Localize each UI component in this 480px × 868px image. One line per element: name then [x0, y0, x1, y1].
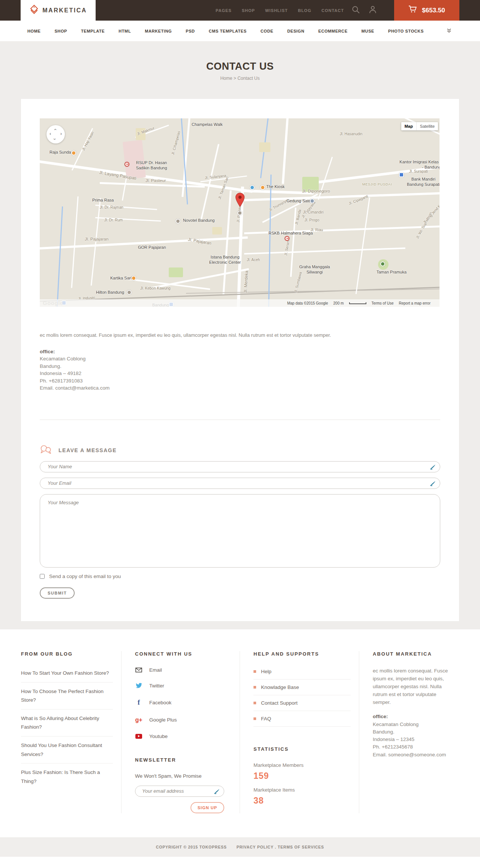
map-scale-bar — [349, 302, 366, 304]
pan-up-icon[interactable]: › — [52, 128, 58, 130]
map-label: Bank Mandiri Bandung Surapati — [406, 177, 440, 187]
signup-button[interactable]: SIGN UP — [190, 802, 224, 813]
map-label — [310, 199, 315, 203]
about-text: ec mollis lorem consequat. Fusce ipsum e… — [373, 667, 451, 707]
office-line: Email. someone@someone.com — [373, 751, 451, 759]
bottom-links[interactable]: PRIVACY POLICY . TERMS OF SERVICES — [237, 845, 324, 849]
main-menu: HOMESHOPTEMPLATEHTMLMARKETINGPSDCMS TEMP… — [0, 21, 480, 41]
newsletter-field-wrap — [135, 786, 224, 797]
map-shape — [244, 192, 440, 201]
menu-item[interactable]: PHOTO STOCKS — [388, 29, 424, 33]
menu-item[interactable]: CODE — [261, 29, 273, 33]
blog-link[interactable]: Should You Use Fashion Consultant Servic… — [21, 737, 113, 763]
blog-list: How To Start Your Own Fashion Store?How … — [21, 667, 113, 790]
menu-item[interactable]: TEMPLATE — [81, 29, 105, 33]
brand-name: MARKETICA — [42, 7, 87, 14]
newsletter-email-input[interactable] — [135, 786, 224, 797]
menu-item[interactable]: HTML — [118, 29, 131, 33]
blog-link[interactable]: Plus Size Fashion: Is There Such a Thing… — [21, 763, 113, 790]
menu-item[interactable]: PSD — [186, 29, 195, 33]
social-link-twitter[interactable]: Twitter — [135, 683, 231, 689]
menu-item[interactable]: HOME — [27, 29, 40, 33]
name-input[interactable] — [40, 461, 440, 472]
footer-connect-column: CONNECT WITH US Email Twitter f Facebook… — [122, 651, 240, 813]
terms-of-use-link[interactable]: Terms of Use — [372, 301, 394, 305]
tag-icon — [29, 4, 39, 16]
form-heading: LEAVE A MESSAGE — [58, 447, 117, 453]
map-shape — [151, 268, 249, 289]
pan-right-icon[interactable]: › — [60, 131, 62, 136]
office-label: office: — [40, 348, 440, 356]
pan-down-icon[interactable]: › — [52, 138, 58, 140]
social-label: Facebook — [149, 700, 171, 705]
map-shape — [212, 227, 222, 235]
map-label: Prima Rasa — [92, 198, 114, 202]
form-heading-row: LEAVE A MESSAGE — [40, 445, 440, 456]
statistics-title: STATISTICS — [254, 746, 351, 752]
office-label: office: — [373, 713, 451, 720]
connect-column-title: CONNECT WITH US — [135, 651, 231, 657]
menu-item[interactable]: MARKETING — [145, 29, 172, 33]
map-shape — [318, 157, 333, 200]
newsletter-tagline: We Won't Spam, We Promise — [135, 773, 231, 779]
blog-link[interactable]: What is So Alluring About Celebrity Fash… — [21, 710, 113, 737]
map-shape — [259, 142, 270, 152]
submit-button[interactable]: SUBMIT — [40, 587, 75, 599]
map-label — [260, 185, 265, 190]
menu-item[interactable]: DESIGN — [287, 29, 304, 33]
account-icon[interactable] — [369, 6, 376, 15]
office-line: Ph. +62817391083 — [40, 377, 440, 385]
header-nav-link[interactable]: SHOP — [242, 8, 255, 13]
email-input[interactable] — [40, 478, 440, 489]
map-label: Novotel Bandung — [183, 218, 214, 223]
message-textarea[interactable] — [40, 494, 440, 568]
send-copy-checkbox[interactable] — [40, 574, 45, 579]
office-line: Indonesia – 49182 — [40, 370, 440, 377]
header-nav: PAGESSHOPWISHLISTBLOGCONTACT — [216, 0, 344, 21]
map-type-map-button[interactable]: Map — [401, 122, 417, 130]
office-line: Bandung. — [40, 363, 440, 370]
help-link[interactable]: FAQ — [261, 716, 271, 722]
header-nav-link[interactable]: WISHLIST — [265, 8, 288, 13]
brand-logo[interactable]: MARKETICA — [21, 0, 96, 21]
menu-expand-chevron-icon[interactable] — [447, 28, 452, 34]
map-label: Taman Pramuka — [376, 270, 406, 274]
section-divider — [40, 420, 440, 420]
google-map[interactable]: Jl. Haji YasinJl. MakmurJl. Layang Pasup… — [40, 118, 440, 307]
top-header: MARKETICA PAGESSHOPWISHLISTBLOGCONTACT $… — [0, 0, 480, 21]
help-link[interactable]: Help — [261, 669, 272, 674]
header-nav-link[interactable]: CONTACT — [321, 8, 344, 13]
header-nav-link[interactable]: PAGES — [216, 8, 232, 13]
map-marker-pin[interactable] — [235, 193, 245, 209]
social-link-email[interactable]: Email — [135, 667, 231, 673]
social-link-facebook[interactable]: f Facebook — [135, 699, 231, 707]
content-card: Jl. Haji YasinJl. MakmurJl. Layang Pasup… — [21, 99, 459, 621]
map-label: Jl. Brig Jend Katamso — [422, 195, 440, 225]
google-plus-icon: g+ — [135, 717, 142, 723]
search-icon[interactable] — [352, 6, 360, 15]
newsletter-block: NEWSLETTER We Won't Spam, We Promise SIG… — [135, 757, 231, 813]
pan-left-icon[interactable]: ‹ — [50, 131, 51, 136]
social-label: Email — [149, 667, 162, 673]
signup-row: SIGN UP — [135, 802, 224, 813]
about-office-lines: Kecamatan CoblongBandung.Indonesia – 123… — [373, 721, 451, 759]
report-map-error-link[interactable]: Report a map error — [399, 301, 430, 305]
blog-link[interactable]: How To Choose The Perfect Fashion Store? — [21, 683, 113, 710]
cart-button[interactable]: $653.50 — [394, 0, 459, 21]
map-label: Jl. Pasteur — [146, 178, 166, 183]
menu-item[interactable]: SHOP — [54, 29, 67, 33]
menu-item[interactable]: MUSE — [362, 29, 374, 33]
map-label: RSKB Halmahera Siaga — [268, 231, 313, 235]
menu-item[interactable]: ECOMMERCE — [318, 29, 348, 33]
help-link[interactable]: Contact Support — [261, 700, 298, 706]
breadcrumb-home-link[interactable]: Home — [220, 76, 232, 81]
help-link[interactable]: Knowladge Base — [261, 684, 299, 690]
blog-link[interactable]: How To Start Your Own Fashion Store? — [21, 667, 113, 683]
map-type-satellite-button[interactable]: Satellite — [417, 122, 438, 130]
map-pan-control[interactable]: ‹ › › › — [46, 125, 65, 143]
menu-item[interactable]: CMS TEMPLATES — [209, 29, 247, 33]
map-label — [127, 290, 132, 295]
social-link-youtube[interactable]: Youtube — [135, 734, 231, 739]
header-nav-link[interactable]: BLOG — [298, 8, 311, 13]
social-link-google-plus[interactable]: g+ Google Plus — [135, 717, 231, 723]
